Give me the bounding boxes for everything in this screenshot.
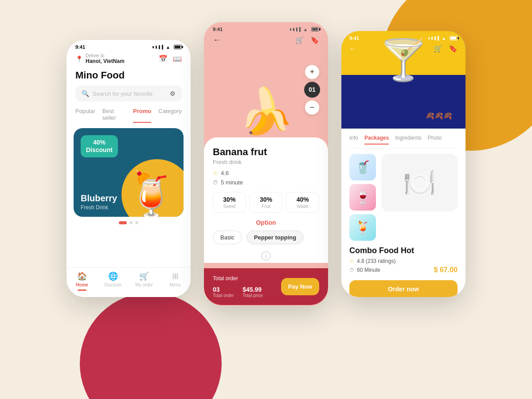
nav-indicator [78, 289, 86, 291]
nav-discover[interactable]: 🌐 Discover [98, 271, 129, 291]
hero-image: 🍂🍂🍂 🍸 9:41 ▲ ← 🛒 [341, 31, 466, 129]
home-icon: 🏠 [77, 271, 87, 281]
hero-status: 9:41 ▲ [341, 31, 466, 43]
option-chips: Basic Pepper topping [213, 231, 319, 244]
tab-info[interactable]: Info [349, 135, 358, 145]
nav-myorder-label: My order [135, 282, 153, 287]
phone2: 9:41 ▲ ← 🛒 🔖 [204, 22, 328, 306]
thumb-3[interactable]: 🍹 [349, 214, 376, 241]
order-total-info: Total order 03 Total order $45.99 Total … [213, 275, 263, 298]
back-button[interactable]: ← [213, 35, 221, 45]
drink-emoji: 🍹 [124, 172, 179, 217]
qty-plus[interactable]: + [305, 65, 319, 79]
order-count-block: 03 Total order [213, 284, 234, 298]
package-grid: 🥤 🍷 🍹 🍽️ [349, 154, 458, 241]
tab-photo[interactable]: Photo [428, 135, 442, 145]
dot-3 [135, 221, 138, 224]
battery-icon [174, 45, 182, 49]
search-left: 🔍 Search for your favorite [82, 90, 153, 97]
detail-tabs: Info Packages Ingredients Photo [349, 129, 458, 149]
status-icons-2: ▲ [290, 27, 319, 32]
wifi-icon: ▲ [166, 45, 170, 50]
main-food-image: 🍽️ [381, 154, 458, 211]
nav-menu[interactable]: ⊞ Menu [160, 271, 191, 291]
order-count: 03 [213, 286, 234, 293]
nutrition-water: 40% Water [286, 192, 319, 213]
chip-basic[interactable]: Basic [213, 231, 242, 244]
tab-promo[interactable]: Promo [133, 108, 151, 123]
s2 [431, 37, 433, 40]
nav-myorder[interactable]: 🛒 My order [129, 271, 160, 291]
wifi-icon-2: ▲ [303, 27, 308, 32]
status-time-2: 9:41 [213, 27, 223, 32]
product-type: Fresh drink [213, 159, 319, 165]
cart-icon-3[interactable]: 🛒 [434, 44, 442, 53]
qty-display: 01 [304, 82, 320, 98]
order-price: $45.99 [243, 286, 263, 293]
leaf-deco: 🍂🍂🍂 [426, 111, 452, 120]
combo-price: $ 67.00 [434, 266, 458, 274]
option-section: Option Basic Pepper topping [213, 219, 319, 244]
battery-fill [175, 46, 180, 48]
thumb-1[interactable]: 🥤 [349, 154, 376, 180]
qty-minus[interactable]: − [305, 100, 319, 114]
nav-menu-label: Menu [169, 282, 180, 287]
discount-label: Discount [86, 146, 113, 154]
tab-bar: Popular Best seller Promo Category [66, 102, 191, 126]
order-now-button[interactable]: Order now [349, 280, 458, 297]
info-circle[interactable]: ⓘ [213, 250, 319, 263]
order-price-block: $45.99 Total price [243, 284, 263, 298]
thumb-2[interactable]: 🍷 [349, 184, 376, 211]
dot-2 [129, 221, 133, 224]
status-bar-2: 9:41 ▲ [204, 22, 328, 34]
combo-rating-value: 4.8 (233 ratings) [357, 258, 395, 264]
hero-nav-icons: 🛒 🔖 [434, 44, 458, 53]
menu-icon: ⊞ [172, 271, 179, 281]
discover-icon: 🌐 [108, 271, 118, 281]
nav-home-label: Home [76, 282, 88, 287]
price-label: Total price [243, 293, 263, 298]
signal-bar-4 [162, 45, 163, 50]
combo-time-row: ⏱ 60 Minute $ 67.00 [349, 266, 458, 274]
pay-now-button[interactable]: Pay Now [281, 278, 319, 295]
header-icons: 📅 📖 [159, 55, 182, 63]
cart-icon-2[interactable]: 🛒 [295, 36, 304, 44]
calendar-icon[interactable]: 📅 [159, 55, 168, 63]
search-icon: 🔍 [82, 90, 89, 97]
option-title: Option [213, 219, 319, 226]
s3 [434, 36, 436, 40]
bookmark-icon[interactable]: 🔖 [310, 36, 319, 44]
phone2-top: 9:41 ▲ ← 🛒 🔖 [204, 22, 328, 137]
clock-icon: ⏱ [213, 180, 218, 186]
combo-star: ☆ [349, 258, 354, 264]
status-icons-1: ▲ [153, 45, 182, 50]
fruit-label: Fruit [254, 204, 279, 209]
top-nav-icons: 🛒 🔖 [295, 36, 319, 44]
sig3 [296, 27, 297, 31]
tab-category[interactable]: Category [158, 108, 182, 123]
hero-nav: ← 🛒 🔖 [341, 44, 466, 53]
tab-popular[interactable]: Popular [75, 108, 95, 123]
batt-fill-3 [450, 37, 456, 39]
deliver-text-block: Deliver to Hanoi, VietNam [86, 53, 125, 64]
tab-bestseller[interactable]: Best seller [102, 108, 126, 123]
bookmark-icon-3[interactable]: 🔖 [449, 44, 458, 53]
chip-pepper[interactable]: Pepper topping [246, 231, 304, 244]
bottom-nav: 🏠 Home 🌐 Discover 🛒 My order ⊞ Menu [66, 267, 191, 297]
phone1-header: 📍 Deliver to Hanoi, VietNam 📅 📖 [66, 51, 191, 68]
book-icon[interactable]: 📖 [173, 55, 182, 63]
promo-card: 40% Discount 🍹 Bluberry Fresh Drink [74, 128, 184, 217]
search-bar[interactable]: 🔍 Search for your favorite ⚙ [75, 86, 182, 102]
status-bar-1: 9:41 ▲ [66, 40, 191, 51]
filter-icon[interactable]: ⚙ [170, 90, 176, 97]
nav-home[interactable]: 🏠 Home [66, 271, 98, 291]
search-placeholder: Search for your favorite [93, 90, 153, 97]
product-time: ⏱ 5 minute [213, 179, 319, 186]
cart-icon: 🛒 [139, 271, 149, 281]
tab-packages[interactable]: Packages [364, 135, 389, 145]
discount-badge: 40% Discount [81, 135, 118, 157]
count-label: Total order [213, 293, 234, 298]
nutrition-sweet: 30% Sweet [213, 192, 246, 213]
back-btn-3[interactable]: ← [349, 45, 356, 53]
tab-ingredients[interactable]: Ingredients [395, 135, 421, 145]
